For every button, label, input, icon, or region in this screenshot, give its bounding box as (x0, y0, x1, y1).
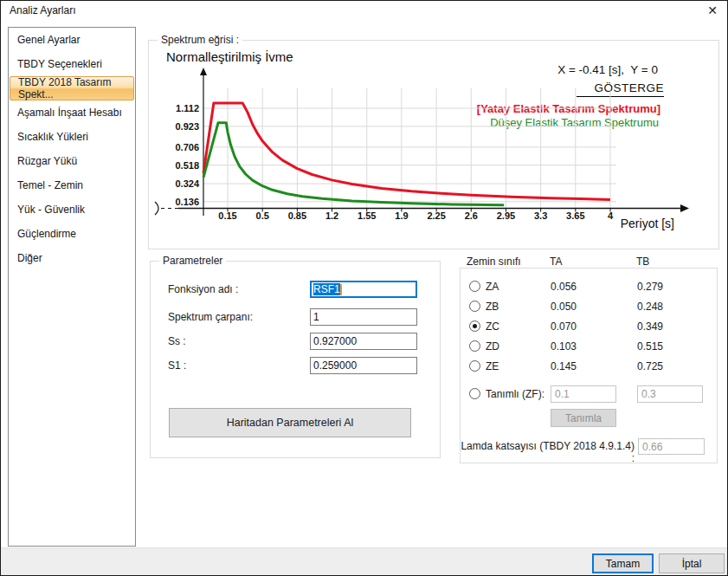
svg-text:3.65: 3.65 (566, 210, 584, 221)
tb-value: 0.515 (637, 340, 663, 353)
soil-ta-header: TA (550, 256, 562, 268)
chart-x-title: Periyot [s] (621, 217, 674, 230)
text-caret (340, 284, 342, 295)
spektrum-carpani-label: Spektrum çarpanı: (168, 311, 253, 323)
fonksiyon-adi-input[interactable]: RSF1 (310, 281, 417, 298)
map-parameters-button[interactable]: Haritadan Parametreleri Al (169, 408, 411, 437)
selected-text: RSF1 (313, 283, 340, 295)
title-bar: Analiz Ayarları ✕ (1, 1, 727, 20)
svg-text:0.706: 0.706 (175, 142, 199, 152)
ta-value: 0.070 (551, 320, 577, 333)
ta-value: 0.056 (551, 281, 577, 293)
soil-label: ZC (486, 320, 499, 333)
soil-row-zd: ZD0.1030.515 (461, 340, 717, 353)
soil-label: ZE (486, 360, 499, 372)
lamda-label: Lamda katsayısı (TBDY 2018 4.9.1.4) : (461, 440, 635, 464)
param-row-s1: S1 :0.259000 (151, 357, 440, 374)
svg-text:1.9: 1.9 (395, 210, 408, 221)
svg-text:2.25: 2.25 (427, 210, 445, 221)
lamda-input[interactable]: 0.66 (638, 438, 705, 455)
define-button[interactable]: Tanımla (551, 409, 616, 427)
soil-row-zb: ZB0.0500.248 (461, 300, 717, 314)
ss-label: Ss : (168, 335, 186, 347)
sidebar: Genel AyarlarTBDY SeçenekleriTBDY 2018 T… (8, 27, 136, 547)
radio-zc[interactable] (469, 320, 480, 332)
soil-row-za: ZA0.0560.279 (461, 280, 717, 294)
radio-tanimli-zf[interactable] (469, 388, 480, 399)
cancel-button[interactable]: İptal (659, 553, 725, 573)
svg-text:1.55: 1.55 (358, 210, 376, 221)
radio-za[interactable] (469, 281, 480, 292)
sidebar-item-3[interactable]: Aşamalı İnşaat Hesabı (9, 100, 135, 125)
svg-text:4: 4 (608, 210, 614, 221)
param-row-spektrum-carpani: Spektrum çarpanı:1 (151, 308, 440, 326)
sidebar-item-6[interactable]: Temel - Zemin (9, 173, 135, 197)
custom-ta-input[interactable]: 0.1 (551, 385, 616, 403)
sidebar-item-7[interactable]: Yük - Güvenlik (9, 197, 135, 222)
analysis-settings-dialog: Analiz Ayarları ✕ Genel AyarlarTBDY Seçe… (0, 0, 728, 576)
svg-text:0.85: 0.85 (288, 210, 306, 221)
ta-value: 0.103 (551, 340, 577, 353)
tb-value: 0.725 (637, 360, 663, 372)
tb-value: 0.279 (637, 281, 663, 293)
ta-value: 0.145 (551, 360, 577, 372)
svg-text:0.923: 0.923 (175, 121, 199, 132)
sidebar-item-9[interactable]: Diğer (9, 246, 135, 270)
soil-row-zc: ZC0.0700.349 (461, 320, 717, 333)
soil-label: ZA (486, 281, 499, 293)
s1-input[interactable]: 0.259000 (310, 357, 417, 374)
radio-zd[interactable] (469, 340, 480, 352)
svg-text:0.324: 0.324 (175, 178, 199, 189)
sidebar-item-8[interactable]: Güçlendirme (9, 222, 135, 246)
window-title: Analiz Ayarları (10, 4, 75, 16)
fonksiyon-adi-label: Fonksiyon adı : (168, 283, 238, 295)
sidebar-item-2[interactable]: TBDY 2018 Tasarım Spekt... (10, 76, 134, 100)
custom-tb-input[interactable]: 0.3 (637, 385, 703, 403)
tb-value: 0.248 (637, 301, 663, 313)
soil-label: ZD (486, 340, 499, 353)
radio-zb[interactable] (469, 301, 480, 312)
s1-label: S1 : (168, 359, 186, 372)
svg-text:0.5: 0.5 (256, 210, 269, 221)
parameters-group-label: Parametreler (159, 255, 226, 267)
ok-button[interactable]: Tamam (592, 553, 654, 573)
footer-bar: Tamam İptal (1, 547, 727, 576)
soil-row-ze: ZE0.1450.725 (461, 359, 717, 373)
tb-value: 0.349 (637, 320, 663, 333)
param-row-ss: Ss :0.927000 (151, 333, 440, 350)
spektrum-carpani-input[interactable]: 1 (310, 308, 417, 326)
param-row-fonksiyon-adi: Fonksiyon adı :RSF1 (151, 281, 440, 298)
svg-text:1.112: 1.112 (176, 103, 199, 113)
soil-tb-header: TB (636, 256, 649, 268)
sidebar-item-5[interactable]: Rüzgar Yükü (9, 149, 135, 173)
spectrum-groupbox: Spektrum eğrisi : Normalleştirilmiş İvme… (148, 40, 719, 249)
soil-custom-label: Tanımlı (ZF): (486, 388, 544, 400)
ta-value: 0.050 (551, 301, 577, 313)
svg-text:0.518: 0.518 (175, 160, 199, 171)
svg-text:0.15: 0.15 (218, 210, 236, 221)
soil-label: ZB (486, 301, 499, 313)
svg-text:2.6: 2.6 (465, 210, 478, 221)
soil-groupbox: ZA0.0560.279ZB0.0500.248ZC0.0700.349ZD0.… (460, 268, 718, 463)
ss-input[interactable]: 0.927000 (310, 333, 417, 350)
sidebar-item-0[interactable]: Genel Ayarlar (9, 28, 135, 52)
sidebar-item-1[interactable]: TBDY Seçenekleri (9, 52, 135, 76)
parameters-groupbox: Parametreler Fonksiyon adı :RSF1Spektrum… (150, 261, 441, 458)
svg-text:0.136: 0.136 (175, 197, 199, 207)
svg-text:2.95: 2.95 (497, 210, 515, 221)
close-icon[interactable]: ✕ (705, 3, 720, 18)
radio-ze[interactable] (469, 360, 480, 372)
sidebar-item-4[interactable]: Sıcaklık Yükleri (9, 125, 135, 149)
soil-class-header: Zemin sınıfı (467, 256, 521, 268)
svg-text:1.2: 1.2 (325, 210, 338, 221)
svg-text:3.3: 3.3 (534, 210, 547, 221)
